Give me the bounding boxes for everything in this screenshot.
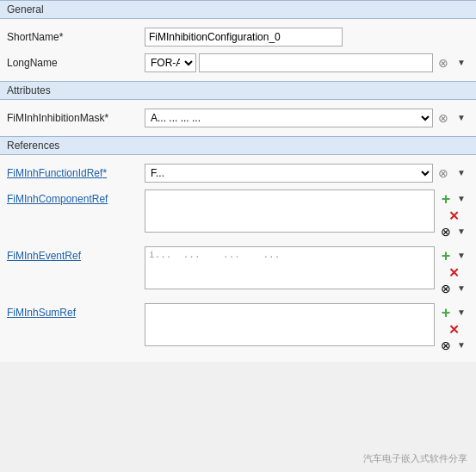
general-content: ShortName* LongName FOR-ALL ⊗ ▼ [0,19,476,81]
component-ref-buttons: + ▼ ✕ ⊗ ▼ [438,189,469,239]
sum-ref-textarea-container [145,303,435,346]
event-ref-right: i... ... ... ... + ▼ ✕ ⊗ ▼ [145,246,469,296]
longname-dropdown[interactable]: FOR-ALL [145,53,196,72]
longname-clear-button[interactable]: ⊗ [436,55,451,71]
component-ref-right: + ▼ ✕ ⊗ ▼ [145,189,469,239]
shortname-row: ShortName* [0,24,476,50]
sum-ref-remove-row: ✕ [446,321,461,337]
longname-dropdown-button[interactable]: ▼ [454,55,469,71]
inhibitionmask-select[interactable]: A... ... ... ... [145,109,433,127]
function-id-ref-clear-button[interactable]: ⊗ [436,165,451,181]
sum-ref-label[interactable]: FiMInhSumRef [7,303,145,319]
component-ref-clear-dropdown[interactable]: ▼ [454,224,469,239]
sum-ref-remove-button[interactable]: ✕ [446,321,461,337]
event-ref-remove-row: ✕ [446,264,461,280]
component-ref-remove-button[interactable]: ✕ [446,208,461,223]
sum-ref-clear-dropdown[interactable]: ▼ [454,338,469,353]
event-ref-clear-button[interactable]: ⊗ [438,281,454,296]
inhibitionmask-dropdown-button[interactable]: ▼ [454,110,469,126]
event-ref-textarea-container: i... ... ... ... [145,246,435,289]
general-header: General [0,0,476,19]
sum-ref-clear-row: ⊗ ▼ [438,338,469,353]
event-ref-label[interactable]: FiMInhEventRef [7,246,145,262]
component-ref-textarea[interactable] [145,189,435,233]
sum-ref-block: FiMInhSumRef + ▼ ✕ ⊗ ▼ [0,300,476,357]
event-ref-add-row: + ▼ [438,248,469,264]
inhibitionmask-clear-button[interactable]: ⊗ [436,110,451,126]
references-header: References [0,136,476,155]
event-ref-block: FiMInhEventRef i... ... ... ... + ▼ ✕ ⊗ [0,243,476,300]
event-ref-textarea[interactable]: i... ... ... ... [145,246,435,289]
sum-ref-right: + ▼ ✕ ⊗ ▼ [145,303,469,353]
attributes-content: FiMInhInhibitionMask* A... ... ... ... ⊗… [0,100,476,136]
sum-ref-clear-button[interactable]: ⊗ [438,338,454,353]
event-ref-add-dropdown[interactable]: ▼ [454,248,469,264]
longname-control: FOR-ALL ⊗ ▼ [145,53,469,72]
attributes-label: Attributes [7,84,51,96]
shortname-control [145,28,469,47]
watermark: 汽车电子嵌入式软件分享 [363,452,467,465]
component-ref-label[interactable]: FiMInhComponentRef [7,189,145,205]
longname-label: LongName [7,57,145,69]
attributes-header: Attributes [0,81,476,100]
references-section: References FiMInhFunctionIdRef* F... ⊗ ▼… [0,136,476,362]
sum-ref-add-dropdown[interactable]: ▼ [454,305,469,320]
component-ref-clear-row: ⊗ ▼ [438,224,469,239]
inhibitionmask-control: A... ... ... ... ⊗ ▼ [145,109,469,127]
event-ref-buttons: + ▼ ✕ ⊗ ▼ [438,246,469,296]
shortname-input[interactable] [145,28,343,47]
general-section: General ShortName* LongName FOR-ALL ⊗ ▼ [0,0,476,81]
sum-ref-buttons: + ▼ ✕ ⊗ ▼ [438,303,469,353]
event-ref-clear-row: ⊗ ▼ [438,281,469,296]
general-label: General [7,3,44,16]
sum-ref-add-button[interactable]: + [438,305,454,320]
references-label: References [7,140,59,152]
longname-row: LongName FOR-ALL ⊗ ▼ [0,50,476,76]
longname-input[interactable] [199,53,433,72]
function-id-ref-dropdown-button[interactable]: ▼ [454,165,469,181]
function-id-ref-label[interactable]: FiMInhFunctionIdRef* [7,167,145,179]
event-ref-add-button[interactable]: + [438,248,454,264]
sum-ref-textarea[interactable] [145,303,435,346]
event-ref-remove-button[interactable]: ✕ [446,264,461,280]
component-ref-textarea-container [145,189,435,233]
component-ref-remove-row: ✕ [446,208,461,223]
shortname-label: ShortName* [7,31,145,43]
attributes-section: Attributes FiMInhInhibitionMask* A... ..… [0,81,476,136]
inhibitionmask-label: FiMInhInhibitionMask* [7,112,145,124]
references-content: FiMInhFunctionIdRef* F... ⊗ ▼ FiMInhComp… [0,155,476,362]
sum-ref-add-row: + ▼ [438,305,469,320]
inhibitionmask-row: FiMInhInhibitionMask* A... ... ... ... ⊗… [0,105,476,131]
event-ref-clear-dropdown[interactable]: ▼ [454,281,469,296]
function-id-ref-row: FiMInhFunctionIdRef* F... ⊗ ▼ [0,160,476,186]
component-ref-block: FiMInhComponentRef + ▼ ✕ ⊗ ▼ [0,186,476,243]
function-id-ref-control: F... ⊗ ▼ [145,164,469,183]
component-ref-clear-button[interactable]: ⊗ [438,224,454,239]
component-ref-add-dropdown[interactable]: ▼ [454,191,469,207]
component-ref-add-button[interactable]: + [438,191,454,207]
function-id-ref-select[interactable]: F... [145,164,433,183]
component-ref-add-row: + ▼ [438,191,469,207]
